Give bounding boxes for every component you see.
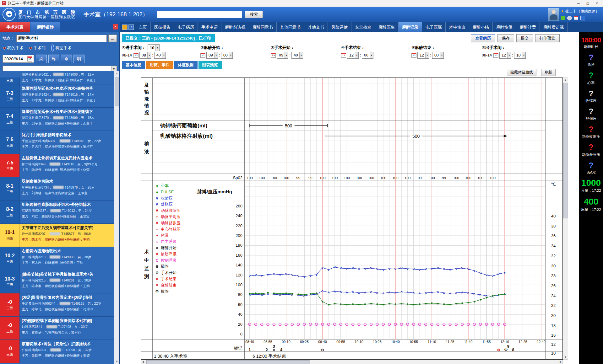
scroll-up-icon[interactable]: ▲ [114,71,119,76]
main-tab-2[interactable]: 电子病历 [174,22,198,32]
main-tab-11[interactable]: 麻醉记录 [399,22,422,32]
minimize-button[interactable]: ─ [577,1,580,6]
room-select[interactable]: 10▾ [148,44,160,51]
location-more-button[interactable]: ... [108,35,117,42]
calendar-icon[interactable]: 15 [27,56,32,62]
print-preview-button[interactable]: 打印预览 [535,34,560,42]
main-tab-16[interactable]: 麻醉计费 [516,22,540,32]
main-tab-17[interactable]: 麻醉后访视 [540,22,568,32]
hour-select[interactable]: 12▾ [347,52,359,59]
subtab-1[interactable]: 用药、事件 [146,61,173,69]
hour-select[interactable]: 12▾ [417,52,429,59]
surgery-list-item[interactable]: 三级泌尿外科病房3421，T149000，男，12岁主刀：邹宇龙，蛛网膜下腔阻滞… [0,71,114,84]
svg-text:99: 99 [418,176,422,180]
scroll-down-icon[interactable]: ▼ [563,355,568,359]
date-button-0[interactable]: 刷 [36,55,47,63]
hour-select[interactable]: 08▾ [139,52,151,59]
surgery-list-item[interactable]: 8-2三级组织选择性直肠粘膜环切术+外痔切除术肛肠科病房N237，T149012… [0,201,114,224]
main-tab-7[interactable]: 其他文书 [304,22,328,32]
scroll-right-icon[interactable]: ▶ [560,360,562,363]
chart-vertical-scrollbar[interactable]: ▲ ▼ [563,78,568,360]
minute-select[interactable]: 00▾ [362,52,373,59]
sidebar-scrollbar[interactable]: ▲ ▼ [114,71,119,364]
main-tab-5[interactable]: 麻醉同意书 [249,22,277,32]
close-button[interactable]: × [596,1,598,6]
calendar-icon[interactable] [574,16,578,20]
date-button-2[interactable]: 今 [61,55,72,63]
main-tab-10[interactable]: 麻醉医生 [375,22,399,32]
surgery-list-item[interactable]: 7-3三级隐匿性阴茎延长术+包皮环切术+嵌顿包茎泌尿外科病房3424，T1490… [0,84,114,108]
minute-select[interactable]: 00▾ [221,52,233,59]
scope-radio-2[interactable]: 科室手术 [51,45,72,51]
main-tab-4[interactable]: 麻醉前访视 [221,22,249,32]
hour-select[interactable]: 09▾ [277,52,288,59]
close-panel-icon[interactable]: × [113,24,118,29]
subtab-3[interactable]: 图表预览 [198,61,222,69]
surgery-list-item[interactable]: 7-5三级左肱骨髁上骨折切开复位克氏针内固定术骨二科病房3349，T149118… [0,154,114,177]
svg-text:及: 及 [144,82,149,88]
tab-anesthesia-sedation[interactable]: 麻醉镇静 [30,22,60,32]
save-icon[interactable] [580,16,585,20]
calendar-icon[interactable]: 15 [341,53,346,58]
calendar-icon[interactable]: 15 [133,53,139,58]
main-tab-13[interactable]: 术中输血 [446,22,469,32]
scroll-down-icon[interactable]: ▼ [114,359,119,364]
main-tab-0[interactable]: 主页 [135,22,151,32]
scope-radio-1[interactable]: 手术间 [29,45,46,51]
surgery-list-item[interactable]: 7-4三级隐匿性阴茎延长术+包皮环切术+显微镜下泌尿外科病房3470，T1489… [0,108,114,131]
main-tab-1[interactable]: 医技报告 [151,22,174,32]
save-button[interactable]: 保存 [497,34,514,42]
main-tab-6[interactable]: 其他同意书 [277,22,304,32]
chart-horizontal-scrollbar[interactable]: ◀ ▶ [141,360,563,364]
surgery-list-item[interactable]: 10-3三级[膝关节镜]关节镜下半月板修整成形术+关骨一科病房3215，T140… [0,270,114,293]
maximize-button[interactable]: □ [587,1,589,6]
date-input[interactable]: 2020/8/14 15 [3,55,34,63]
surgery-list-item[interactable]: 7-5三级[右手]手拇指多指畸形切除术手足显微外科病房6307，T149046，… [0,131,114,154]
surgery-list-item[interactable]: 10-2三级右锁骨内固定物取出术骨一科病房3219，T149003，男，38岁主… [0,247,114,270]
message-icon[interactable] [561,16,565,20]
scroll-left-icon[interactable]: ‹ [128,24,134,30]
minute-select[interactable]: 00▾ [432,52,444,59]
hour-select[interactable]: 09▾ [206,52,218,59]
calendar-icon[interactable]: 15 [200,53,205,58]
calendar-icon[interactable]: 15 [411,53,416,58]
main-tab-8[interactable]: 风险评估 [328,22,351,32]
main-tab-15[interactable]: 麻醉恢复 [493,22,516,32]
scrollbar-thumb[interactable] [115,77,119,106]
scrollbar-thumb[interactable] [146,360,310,364]
yellow-square-button[interactable] [122,24,128,30]
view-record-button[interactable]: 查看病历 [471,34,495,42]
subtab-0[interactable]: 基本信息 [122,61,145,69]
scope-radio-0[interactable]: 我的手术 [3,45,24,51]
calendar-icon[interactable]: 15 [493,53,498,58]
surgery-list-item[interactable]: -0三级[左足]趾骨骨折复位内固定术+[左足]清创手足显微外科病房6344，T1… [0,293,114,317]
minute-select[interactable]: 40▾ [291,52,303,59]
main-tab-9[interactable]: 安全核查 [351,22,375,32]
refresh-button[interactable]: 刷新 [541,69,556,76]
scroll-left-icon[interactable]: ◀ [142,360,144,363]
scrollbar-thumb[interactable] [563,83,568,218]
surgery-list-item[interactable]: -0三级[左侧]腹腔镜下单侧输卵管切除术+[右侧]妇科病房3541，T12749… [0,317,114,340]
main-tab-3[interactable]: 手术申请 [198,22,221,32]
hour-select[interactable]: 12▾ [499,52,511,59]
main-tab-12[interactable]: 电子医嘱 [422,22,446,32]
minute-select[interactable]: 40▾ [154,52,166,59]
hide-curves-button[interactable]: 隐藏体征曲线 [507,69,536,76]
calendar-icon[interactable]: 15 [271,53,276,58]
search-input[interactable] [157,11,242,18]
scroll-up-icon[interactable]: ▲ [563,78,568,82]
surgery-list-item[interactable]: -0三级肛瘘切除术+高位（复杂性）肛瘘挂线术肛肠科病房N203，T149098，… [0,340,114,363]
submit-button[interactable]: 提交 [516,34,533,42]
main-tab-14[interactable]: 麻醉小结 [469,22,493,32]
surgery-list-item[interactable]: 8-1三级双侧扁桃体切除术耳鼻喉科病房3734，T148976，女，26岁主刀：… [0,177,114,201]
gear-icon[interactable] [567,16,572,20]
search-button[interactable]: 搜索 [245,11,263,18]
location-input[interactable] [16,35,107,42]
surgery-list-item[interactable]: 10-1四级关节镜下左后交叉韧带重建术+[左膝关节]骨一科病房3207，T145… [0,224,114,247]
subtab-2[interactable]: 体征数据 [174,61,198,69]
date-button-1[interactable]: 昨 [48,55,59,63]
date-button-3[interactable]: 明 [73,55,84,63]
tab-surgery-list[interactable]: 手术列表 [0,22,30,32]
vital-value: ? [579,161,603,169]
minute-select[interactable]: 10▾ [514,52,526,59]
